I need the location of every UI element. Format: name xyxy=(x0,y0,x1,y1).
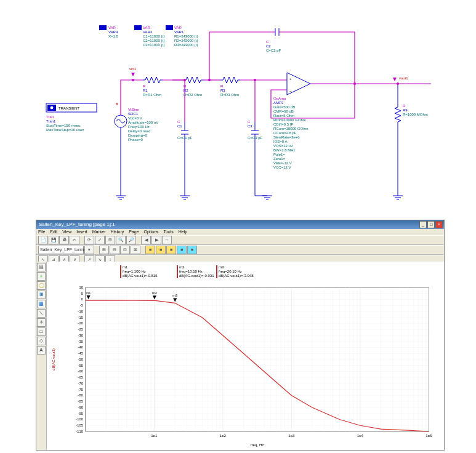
svg-text:AMP3: AMP3 xyxy=(273,101,284,105)
plot-window: Sallen_Key_LPF_tuning [page 1]:1 _ □ × F… xyxy=(36,220,445,451)
tool-btn[interactable]: 💾 xyxy=(49,236,58,244)
palette-line-icon[interactable]: ＼ xyxy=(37,309,46,318)
svg-text:X=1.0: X=1.0 xyxy=(108,34,119,38)
menu-history[interactable]: History xyxy=(110,230,124,234)
svg-text:C2=11000 {t}: C2=11000 {t} xyxy=(143,39,164,42)
tool-btn[interactable]: ⊞ xyxy=(99,246,109,254)
tool-btn[interactable]: ⊠ xyxy=(131,246,140,254)
svg-text:-95: -95 xyxy=(78,412,83,415)
palette-poly-icon[interactable]: ◇ xyxy=(37,337,46,345)
svg-text:10: 10 xyxy=(79,286,83,289)
menu-view[interactable]: View xyxy=(62,230,71,234)
menu-edit[interactable]: Edit xyxy=(50,230,57,234)
svg-text:VAR1: VAR1 xyxy=(174,30,184,34)
capacitor-c1: C C1 C=C1 pF xyxy=(177,120,193,143)
svg-text:m2: m2 xyxy=(152,291,157,295)
close-button[interactable]: × xyxy=(435,221,443,228)
menu-page[interactable]: Page xyxy=(129,230,139,234)
svg-text:StopTime=150 msec: StopTime=150 msec xyxy=(46,124,80,127)
palette-star-icon[interactable]: ✳ xyxy=(37,318,46,327)
resistor-r1: R R1 R=R1 Ohm xyxy=(143,77,163,97)
svg-marker-34 xyxy=(131,73,135,76)
tool-btn[interactable]: ⤢ xyxy=(95,236,105,244)
tool-btn[interactable]: ⊟ xyxy=(110,246,119,254)
svg-text:SRC1: SRC1 xyxy=(128,112,139,116)
svg-text:Vdc=0 V: Vdc=0 V xyxy=(128,116,142,120)
tool-btn[interactable]: ⟳ xyxy=(84,236,94,244)
tool-btn[interactable]: 📄 xyxy=(38,236,48,244)
svg-text:R=R1 Ohm: R=R1 Ohm xyxy=(143,93,161,97)
tool-btn[interactable]: 🔍 xyxy=(116,236,126,244)
svg-text:-50: -50 xyxy=(78,358,83,361)
tool-btn[interactable]: ↔ xyxy=(162,236,172,244)
marker-m2[interactable]: m2freq=10.10 HzdB(AC.vout1)=-0.931 xyxy=(177,265,214,278)
palette-grid-icon[interactable]: ⊞ xyxy=(37,291,46,299)
probe-vin1: vin1 xyxy=(129,67,137,76)
svg-text:-85: -85 xyxy=(78,399,83,403)
svg-text:-25: -25 xyxy=(78,327,83,331)
menu-tools[interactable]: Tools xyxy=(163,230,173,234)
svg-text:TRANSIENT: TRANSIENT xyxy=(58,106,79,110)
svg-text:Gain=500 dB: Gain=500 dB xyxy=(273,105,295,109)
tool-btn[interactable]: ■ xyxy=(177,246,187,254)
palette-text-icon[interactable]: A xyxy=(37,346,46,355)
tool-btn[interactable]: ✂ xyxy=(70,236,79,244)
tool-btn[interactable]: ■ xyxy=(187,246,197,254)
tool-btn[interactable]: ■ xyxy=(145,246,155,254)
tool-btn[interactable]: 🖶 xyxy=(59,236,69,244)
palette-plus-icon[interactable]: ＋ xyxy=(37,272,46,281)
palette-pointer-icon[interactable]: ▤ xyxy=(37,263,46,271)
svg-point-105 xyxy=(353,82,356,85)
menu-help[interactable]: Help xyxy=(179,230,187,234)
svg-text:R3: R3 xyxy=(220,89,225,92)
plot-area[interactable]: 1e11e21e31e41e51050-5-10-15-20-25-30-35-… xyxy=(47,263,442,447)
dataset-select[interactable]: Sallen_Key_LPF_tuning xyxy=(38,246,84,254)
menu-marker[interactable]: Marker xyxy=(92,230,106,234)
svg-text:+: + xyxy=(289,77,292,81)
tool-btn[interactable]: ◀ xyxy=(141,236,151,244)
tool-btn[interactable]: 🔎 xyxy=(126,236,136,244)
svg-point-101 xyxy=(132,79,134,81)
tool-btn[interactable]: ■ xyxy=(156,246,166,254)
source-vtsine: * VtSine SRC1 Vdc=0 V Amplitude=100 uV F… xyxy=(115,102,158,142)
svg-text:5: 5 xyxy=(81,292,83,295)
tool-btn[interactable]: ▶ xyxy=(151,236,161,244)
schematic-canvas: VAR VAR4 X=1.0 VAR VAR2 C1=11000 {t} C2=… xyxy=(0,0,476,215)
svg-text:VtSine: VtSine xyxy=(128,108,139,111)
svg-text:R1: R1 xyxy=(143,89,148,92)
menu-insert[interactable]: Insert xyxy=(76,230,87,234)
svg-text:VAR: VAR xyxy=(108,26,116,30)
svg-text:C=C3 pF: C=C3 pF xyxy=(248,136,263,140)
palette-rect-icon[interactable]: ▭ xyxy=(37,327,46,336)
svg-text:-30: -30 xyxy=(78,334,83,337)
tool-btn[interactable]: ⊞ xyxy=(105,236,115,244)
svg-text:R1=243000 {t}: R1=243000 {t} xyxy=(174,34,198,38)
tool-btn[interactable]: ■ xyxy=(166,246,176,254)
capacitor-c3: C C3 C=C3 pF xyxy=(248,120,263,143)
svg-rect-4 xyxy=(134,25,142,30)
svg-text:-60: -60 xyxy=(78,370,83,374)
svg-text:IOS=0 A: IOS=0 A xyxy=(273,140,288,143)
maximize-button[interactable]: □ xyxy=(427,221,435,228)
svg-text:m3: m3 xyxy=(172,294,177,298)
marker-m1[interactable]: m1freq=1.100 HzdB(AC.vout1)=-0.815 xyxy=(120,265,158,278)
minimize-button[interactable]: _ xyxy=(419,221,427,228)
svg-text:C3=11000 {t}: C3=11000 {t} xyxy=(143,43,164,47)
palette-h-icon[interactable]: ▦ xyxy=(37,300,46,308)
svg-text:R2: R2 xyxy=(184,89,188,92)
svg-text:C: C xyxy=(248,120,251,124)
menu-options[interactable]: Options xyxy=(144,230,159,234)
svg-point-102 xyxy=(184,79,186,81)
svg-text:Rout=5 Ohm: Rout=5 Ohm xyxy=(273,114,294,118)
svg-text:vout1: vout1 xyxy=(399,76,408,80)
svg-text:CDiff=0.5 fF: CDiff=0.5 fF xyxy=(273,122,293,126)
svg-text:VAR2: VAR2 xyxy=(143,30,153,34)
palette-circle-icon[interactable]: ◯ xyxy=(37,281,46,290)
menu-file[interactable]: File xyxy=(38,230,45,234)
svg-text:C=C1 pF: C=C1 pF xyxy=(177,136,193,140)
tool-btn[interactable]: ▾ xyxy=(84,246,94,254)
tool-btn[interactable]: ⊡ xyxy=(120,246,130,254)
marker-m3[interactable]: m3freq=20.10 HzdB(AC.vout1)=-3.048 xyxy=(216,265,254,278)
svg-marker-87 xyxy=(393,78,397,81)
menubar: File Edit View Insert Marker History Pag… xyxy=(36,229,444,235)
